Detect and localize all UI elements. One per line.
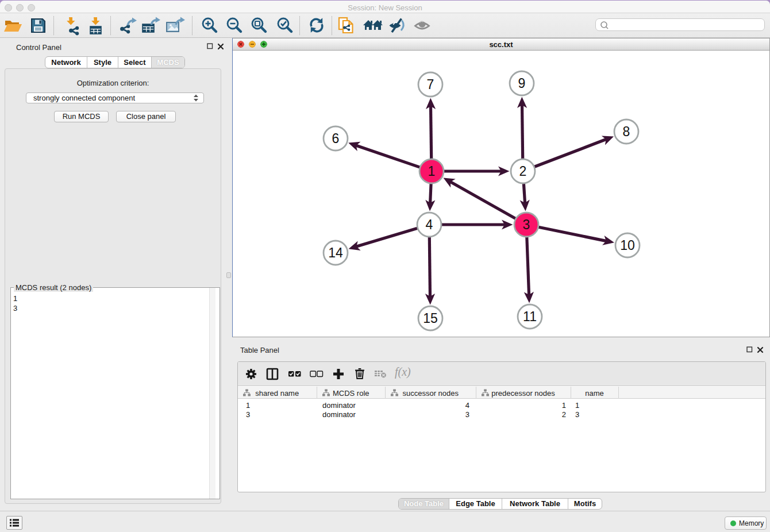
svg-text:10: 10 [620,238,635,253]
svg-text:6: 6 [332,131,340,146]
svg-text:14: 14 [328,245,343,260]
svg-text:8: 8 [623,124,630,139]
svg-text:1: 1 [428,164,436,179]
svg-text:4: 4 [426,217,433,232]
svg-text:11: 11 [523,309,537,324]
svg-text:2: 2 [519,164,527,179]
svg-text:9: 9 [518,76,526,91]
svg-text:3: 3 [523,217,530,232]
svg-text:7: 7 [427,77,434,92]
svg-text:15: 15 [423,311,438,326]
